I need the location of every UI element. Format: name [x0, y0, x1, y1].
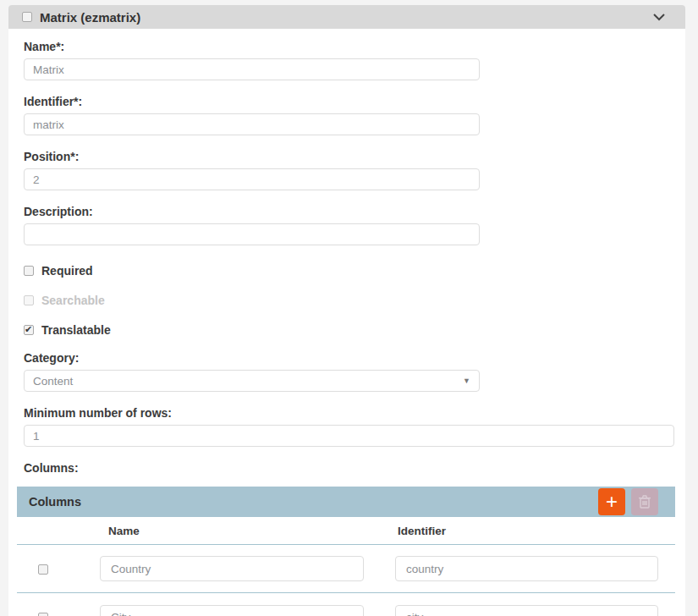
category-label: Category:: [24, 351, 670, 365]
group-select-checkbox[interactable]: [22, 12, 32, 22]
translatable-checkbox[interactable]: [24, 325, 34, 335]
searchable-checkbox: [24, 295, 34, 305]
table-row: [17, 593, 675, 616]
add-column-button[interactable]: +: [598, 488, 625, 515]
identifier-input[interactable]: [24, 113, 480, 135]
trash-icon: [638, 494, 651, 509]
columns-toolbar: +: [598, 488, 658, 515]
columns-table: Name Identifier: [17, 517, 675, 616]
name-input[interactable]: [24, 58, 480, 80]
chevron-down-icon[interactable]: [653, 14, 665, 21]
description-label: Description:: [24, 205, 670, 218]
column-name-input[interactable]: [100, 556, 364, 581]
row-select-checkbox[interactable]: [38, 564, 48, 575]
position-label: Position*:: [24, 150, 670, 163]
category-select[interactable]: Content: [24, 370, 480, 392]
plus-icon: +: [606, 490, 618, 514]
category-select-wrap: Content ▼: [24, 370, 480, 392]
columns-section-label: Columns:: [24, 461, 670, 475]
identifier-label: Identifier*:: [24, 95, 670, 108]
min-rows-input[interactable]: [24, 425, 674, 447]
delete-column-button[interactable]: [631, 488, 658, 515]
column-header-name: Name: [108, 525, 140, 537]
min-rows-label: Minimum number of rows:: [24, 406, 670, 420]
form-body: Name*: Identifier*: Position*: Descripti…: [8, 29, 685, 616]
column-name-input[interactable]: [100, 605, 364, 616]
description-input[interactable]: [24, 223, 480, 245]
columns-table-header: Name Identifier: [17, 517, 675, 545]
required-checkbox[interactable]: [24, 266, 34, 276]
column-identifier-input[interactable]: [395, 605, 658, 616]
translatable-field: Translatable: [24, 323, 670, 337]
name-label: Name*:: [24, 40, 670, 53]
searchable-field: Searchable: [24, 294, 670, 307]
columns-widget-header: Columns +: [17, 487, 675, 517]
columns-widget: Columns +: [17, 487, 675, 616]
group-title: Matrix (ezmatrix): [40, 10, 140, 25]
required-label: Required: [41, 264, 93, 278]
group-header[interactable]: Matrix (ezmatrix): [8, 5, 685, 29]
row-select-checkbox[interactable]: [38, 613, 48, 616]
searchable-label: Searchable: [41, 294, 105, 307]
required-field: Required: [24, 264, 670, 278]
position-input[interactable]: [24, 168, 480, 190]
column-header-identifier: Identifier: [398, 525, 446, 537]
field-definition-panel: Matrix (ezmatrix) Name*: Identifier*: Po…: [8, 5, 685, 616]
table-row: [17, 545, 675, 593]
column-identifier-input[interactable]: [395, 556, 658, 581]
translatable-label: Translatable: [41, 323, 111, 337]
columns-widget-title: Columns: [29, 495, 81, 509]
